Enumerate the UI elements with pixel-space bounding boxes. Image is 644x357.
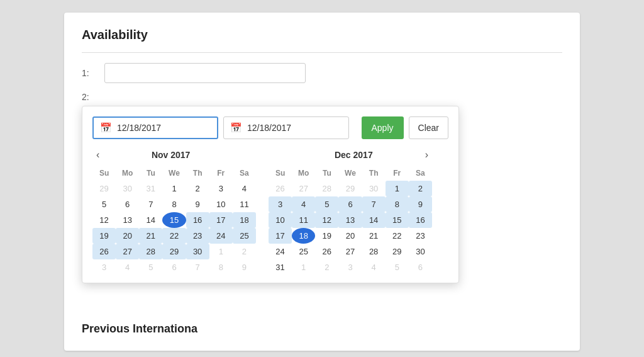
calendar-day[interactable]: 11 (233, 196, 256, 212)
calendar-day: 8 (209, 259, 233, 275)
calendar-day[interactable]: 16 (409, 212, 432, 228)
weekday-header: Su (269, 167, 292, 181)
weekday-header: Su (92, 167, 116, 181)
calendar-day[interactable]: 25 (233, 228, 256, 244)
calendar-day[interactable]: 10 (209, 196, 233, 212)
right-month-label: Dec 2017 (335, 150, 373, 160)
calendar-day[interactable]: 19 (92, 228, 116, 244)
calendar-day[interactable]: 26 (315, 244, 338, 259)
calendar-day[interactable]: 2 (409, 181, 432, 196)
calendar-day[interactable]: 23 (409, 228, 432, 244)
calendar-day[interactable]: 14 (139, 212, 162, 228)
calendar-day[interactable]: 3 (269, 196, 292, 212)
calendar-day[interactable]: 13 (116, 212, 139, 228)
section-title-2: Previous Internationa (82, 322, 562, 336)
calendar-day[interactable]: 31 (269, 259, 292, 275)
calendar-day[interactable]: 24 (269, 244, 292, 259)
calendar-day[interactable]: 5 (315, 196, 338, 212)
calendar-day[interactable]: 30 (409, 244, 432, 259)
calendar-day[interactable]: 10 (269, 212, 292, 228)
calendar-day[interactable]: 3 (209, 181, 233, 196)
calendar-day[interactable]: 27 (338, 244, 362, 259)
datepicker-popup: 📅 12/18/2017 📅 12/18/2017 Apply Clear ‹ (82, 106, 459, 283)
calendar-day[interactable]: 1 (162, 181, 186, 196)
calendar-day[interactable]: 21 (362, 228, 386, 244)
calendar-day[interactable]: 24 (209, 228, 233, 244)
calendar-day[interactable]: 16 (186, 212, 209, 228)
calendar-day: 2 (315, 259, 338, 275)
weekday-header: Mo (292, 167, 315, 181)
start-date-input[interactable]: 📅 12/18/2017 (92, 116, 218, 139)
calendar-day[interactable]: 2 (186, 181, 209, 196)
calendar-day[interactable]: 8 (386, 196, 409, 212)
calendar-day[interactable]: 28 (362, 244, 386, 259)
calendar-day[interactable]: 7 (139, 196, 162, 212)
calendar-day[interactable]: 6 (116, 196, 139, 212)
calendar-day[interactable]: 15 (386, 212, 409, 228)
right-cal-grid: SuMoTuWeThFrSa 2627282930123456789101112… (269, 167, 432, 275)
calendar-day[interactable]: 13 (338, 212, 362, 228)
calendar-day[interactable]: 20 (116, 228, 139, 244)
calendar-day[interactable]: 12 (92, 212, 116, 228)
apply-button[interactable]: Apply (362, 116, 404, 139)
calendar-day: 5 (139, 259, 162, 275)
calendar-day: 4 (116, 259, 139, 275)
calendar-day: 5 (386, 259, 409, 275)
calendar-day[interactable]: 26 (92, 244, 116, 259)
calendar-day: 27 (292, 181, 315, 196)
row-input-1[interactable] (104, 63, 306, 83)
calendar-day[interactable]: 11 (292, 212, 315, 228)
end-date-input[interactable]: 📅 12/18/2017 (223, 116, 349, 139)
form-row-1: 1: (82, 63, 562, 83)
calendar-day[interactable]: 7 (362, 196, 386, 212)
start-date-text: 12/18/2017 (117, 123, 161, 133)
calendar-day[interactable]: 23 (186, 228, 209, 244)
calendar-day[interactable]: 4 (233, 181, 256, 196)
calendar-day[interactable]: 19 (315, 228, 338, 244)
calendar-day[interactable]: 28 (139, 244, 162, 259)
calendar-day[interactable]: 18 (233, 212, 256, 228)
calendar-day[interactable]: 25 (292, 244, 315, 259)
row-label-1: 1: (82, 68, 104, 78)
clear-button[interactable]: Clear (409, 116, 448, 139)
left-cal-nav: ‹ Nov 2017 (92, 148, 256, 162)
calendar-day[interactable]: 5 (92, 196, 116, 212)
calendar-day[interactable]: 18 (292, 228, 315, 244)
calendar-day: 28 (315, 181, 338, 196)
calendar-day: 2 (233, 244, 256, 259)
table-row: 3456789 (92, 259, 256, 275)
calendar-day[interactable]: 29 (386, 244, 409, 259)
calendar-day[interactable]: 22 (162, 228, 186, 244)
calendar-day[interactable]: 17 (209, 212, 233, 228)
calendar-day[interactable]: 30 (186, 244, 209, 259)
left-weekdays-row: SuMoTuWeThFrSa (92, 167, 256, 181)
calendar-day[interactable]: 20 (338, 228, 362, 244)
weekday-header: Tu (315, 167, 338, 181)
calendar-day[interactable]: 4 (292, 196, 315, 212)
left-cal-grid: SuMoTuWeThFrSa 2930311234567891011121314… (92, 167, 256, 275)
calendar-day[interactable]: 9 (409, 196, 432, 212)
weekday-header: We (162, 167, 186, 181)
datepicker-header: 📅 12/18/2017 📅 12/18/2017 Apply Clear (92, 116, 448, 139)
calendar-day[interactable]: 1 (386, 181, 409, 196)
end-calendar-icon: 📅 (230, 122, 242, 133)
calendar-day[interactable]: 21 (139, 228, 162, 244)
calendar-day: 31 (139, 181, 162, 196)
table-row: 19202122232425 (92, 228, 256, 244)
prev-month-button[interactable]: ‹ (92, 148, 103, 162)
calendar-day[interactable]: 27 (116, 244, 139, 259)
calendar-day[interactable]: 14 (362, 212, 386, 228)
table-row: 262728293012 (92, 244, 256, 259)
table-row: 262728293012 (269, 181, 432, 196)
calendar-day: 9 (233, 259, 256, 275)
calendar-day[interactable]: 29 (162, 244, 186, 259)
calendar-day[interactable]: 15 (162, 212, 186, 228)
calendar-day[interactable]: 6 (338, 196, 362, 212)
calendar-day[interactable]: 8 (162, 196, 186, 212)
calendar-day[interactable]: 12 (315, 212, 338, 228)
next-month-button[interactable]: › (421, 148, 432, 162)
calendar-day[interactable]: 17 (269, 228, 292, 244)
calendar-day[interactable]: 9 (186, 196, 209, 212)
weekday-header: Mo (116, 167, 139, 181)
calendar-day[interactable]: 22 (386, 228, 409, 244)
